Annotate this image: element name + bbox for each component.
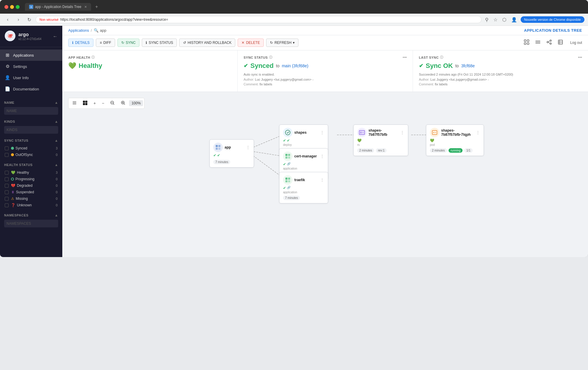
main-content: Applications / 🔍 app APPLICATION DETAILS… bbox=[62, 26, 588, 257]
network-view-btn[interactable] bbox=[544, 38, 554, 47]
health-filter-missing[interactable]: ⚠ Missing 0 bbox=[4, 195, 58, 202]
address-bar[interactable]: Non sécurisé https://localhost:8080/appl… bbox=[36, 16, 481, 23]
last-sync-commit-link[interactable]: 3fcf68e bbox=[461, 63, 475, 68]
node-shapes-pod[interactable]: shapes-7b87f57bfb-7lqph ⋮ 💚 pod 2 minute… bbox=[426, 125, 484, 156]
missing-checkbox[interactable] bbox=[5, 197, 9, 201]
extension-btn[interactable]: ⬡ bbox=[501, 16, 508, 24]
details-icon: ℹ bbox=[72, 41, 74, 45]
align-btn[interactable] bbox=[70, 99, 79, 107]
outofsync-checkbox[interactable] bbox=[5, 153, 9, 157]
node-app-time: 7 minutes bbox=[213, 160, 230, 164]
diff-button[interactable]: ≡ DIFF bbox=[96, 39, 115, 47]
new-tab-btn[interactable]: + bbox=[95, 4, 98, 9]
node-certmanager-title: cert-manager bbox=[294, 154, 318, 158]
breadcrumb-applications-link[interactable]: Applications bbox=[68, 28, 89, 33]
name-filter-input[interactable] bbox=[4, 107, 58, 115]
unknown-checkbox[interactable] bbox=[5, 203, 9, 207]
last-sync-menu-btn[interactable]: ••• bbox=[578, 55, 582, 60]
last-sync-info-icon[interactable]: ⓘ bbox=[440, 55, 444, 60]
health-filter-suspended[interactable]: ⏸ Suspended 0 bbox=[4, 189, 58, 195]
reload-btn[interactable]: ↻ bbox=[25, 15, 33, 24]
node-shapes-pod-menu-btn[interactable]: ⋮ bbox=[476, 130, 480, 135]
svg-rect-44 bbox=[285, 157, 287, 159]
maximize-window-btn[interactable] bbox=[16, 5, 20, 9]
node-shapes-rs[interactable]: shapes-7b87f57bfb ⋮ 💚 rs 2 minutes rev:1 bbox=[353, 125, 408, 156]
node-app-menu-btn[interactable]: ⋮ bbox=[246, 145, 250, 150]
chrome-update-btn[interactable]: Nouvelle version de Chrome disponible bbox=[521, 16, 584, 23]
sync-collapse-btn[interactable]: ▲ bbox=[55, 138, 58, 143]
search-icon-btn[interactable]: ⚲ bbox=[484, 16, 490, 24]
unknown-count: 0 bbox=[56, 203, 58, 207]
filter-header-name: NAME ▲ bbox=[4, 101, 58, 105]
node-shapes-pod-badge: 💚 bbox=[430, 138, 434, 143]
insecure-label: Non sécurisé bbox=[39, 18, 58, 21]
svg-point-54 bbox=[433, 132, 434, 133]
namespaces-collapse-btn[interactable]: ▲ bbox=[55, 213, 58, 217]
svg-line-29 bbox=[124, 103, 125, 105]
tab-close-btn[interactable]: ✕ bbox=[84, 5, 87, 9]
bookmark-btn[interactable]: ☆ bbox=[492, 16, 499, 24]
node-certmanager-type: application bbox=[283, 167, 324, 170]
sync-status-info-icon[interactable]: ⓘ bbox=[269, 55, 273, 60]
sidebar-item-documentation[interactable]: 📄 Documentation bbox=[0, 83, 62, 95]
minimize-window-btn[interactable] bbox=[10, 5, 14, 9]
zoom-add-btn[interactable]: + bbox=[91, 100, 98, 107]
tree-view-btn[interactable] bbox=[522, 38, 532, 47]
progressing-checkbox[interactable] bbox=[5, 177, 9, 181]
list-view-btn[interactable] bbox=[555, 38, 565, 47]
kinds-collapse-btn[interactable]: ▲ bbox=[55, 119, 58, 124]
sync-filter-outofsync[interactable]: OutOfSync 0 bbox=[4, 151, 58, 158]
svg-rect-40 bbox=[218, 148, 220, 150]
browser-tab-active[interactable]: a app - Application Details Tree ✕ bbox=[25, 3, 91, 11]
healthy-checkbox[interactable] bbox=[5, 171, 9, 175]
node-shapes-rs-menu-btn[interactable]: ⋮ bbox=[400, 130, 404, 135]
profile-btn[interactable]: 👤 bbox=[510, 16, 518, 24]
name-collapse-btn[interactable]: ▲ bbox=[55, 101, 58, 105]
sync-status-button[interactable]: ℹ SYNC STATUS bbox=[142, 39, 177, 47]
node-shapes-menu-btn[interactable]: ⋮ bbox=[320, 130, 324, 135]
sidebar-item-settings[interactable]: ⚙ Settings bbox=[0, 61, 62, 72]
zoom-minus-btn[interactable]: − bbox=[99, 100, 107, 107]
grid-view-btn[interactable] bbox=[533, 38, 543, 47]
svg-text:🐙: 🐙 bbox=[7, 33, 13, 39]
logo-icon: 🐙 bbox=[5, 31, 15, 42]
logout-button[interactable]: Log out bbox=[570, 41, 582, 45]
history-button[interactable]: ↺ HISTORY AND ROLLBACK bbox=[179, 39, 235, 47]
node-traefik[interactable]: traefik ⋮ ✔ 🔗 application 7 minutes bbox=[279, 172, 328, 203]
sync-branch-link[interactable]: main (3fcf68e) bbox=[282, 63, 308, 68]
node-certmanager-menu-btn[interactable]: ⋮ bbox=[320, 154, 324, 159]
node-certmanager-icon bbox=[283, 151, 293, 161]
sync-button[interactable]: ↻ SYNC bbox=[117, 39, 139, 47]
back-btn[interactable]: ‹ bbox=[4, 15, 12, 24]
node-app[interactable]: app ⋮ ✔ ✔ 7 minutes bbox=[209, 139, 254, 168]
degraded-checkbox[interactable] bbox=[5, 184, 9, 188]
health-filter-progressing[interactable]: Progressing 0 bbox=[4, 176, 58, 182]
synced-checkbox[interactable] bbox=[5, 146, 9, 150]
node-traefik-menu-btn[interactable]: ⋮ bbox=[320, 178, 324, 182]
suspended-checkbox[interactable] bbox=[5, 190, 9, 194]
health-filter-degraded[interactable]: 💔 Degraded 0 bbox=[4, 182, 58, 189]
health-collapse-btn[interactable]: ▲ bbox=[55, 163, 58, 167]
kinds-filter-input[interactable] bbox=[4, 126, 58, 134]
sync-status-menu-btn[interactable]: ••• bbox=[403, 55, 407, 60]
close-window-btn[interactable] bbox=[4, 5, 8, 9]
tree-canvas: + − 100% bbox=[62, 92, 588, 257]
health-filter-healthy[interactable]: 💚 Healthy 3 bbox=[4, 169, 58, 176]
delete-button[interactable]: ✕ DELETE bbox=[238, 39, 264, 47]
zoom-out-btn[interactable] bbox=[108, 99, 117, 107]
refresh-button[interactable]: ↻ REFRESH ▾ bbox=[266, 39, 298, 47]
health-filter-unknown[interactable]: ❓ Unknown 0 bbox=[4, 202, 58, 208]
sidebar-item-userinfo[interactable]: 👤 User Info bbox=[0, 72, 62, 83]
forward-btn[interactable]: › bbox=[14, 15, 23, 24]
healthy-label: 💚 Healthy bbox=[11, 170, 53, 175]
healthy-count: 3 bbox=[56, 171, 58, 174]
sidebar-back-btn[interactable]: ← bbox=[53, 34, 58, 39]
zoom-in-btn[interactable] bbox=[118, 99, 128, 107]
app-health-info-icon[interactable]: ⓘ bbox=[91, 55, 95, 60]
details-button[interactable]: ℹ DETAILS bbox=[68, 39, 93, 47]
namespaces-filter-input[interactable] bbox=[4, 220, 58, 227]
sync-filter-synced[interactable]: Synced 3 bbox=[4, 145, 58, 151]
sidebar-item-applications[interactable]: ⊞ Applications bbox=[0, 50, 62, 61]
sync-status-info: Auto sync is enabled. Author: Luc Jugger… bbox=[244, 72, 407, 87]
expand-btn[interactable] bbox=[80, 99, 90, 107]
